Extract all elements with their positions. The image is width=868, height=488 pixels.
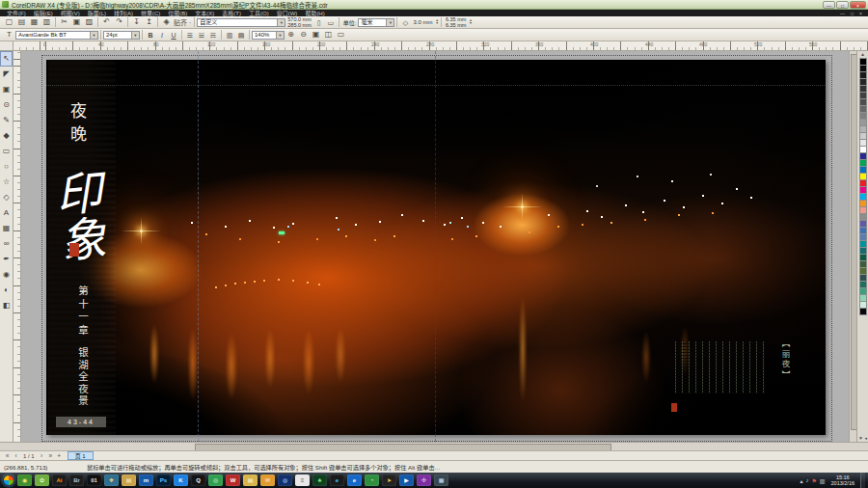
taskbar-app-icon[interactable]: e [347, 474, 362, 486]
taskbar-app-icon[interactable]: ▦ [434, 474, 448, 486]
columns-icon[interactable]: ▥ [224, 30, 235, 41]
print-icon[interactable]: ▥ [41, 16, 53, 28]
chevron-down-icon[interactable]: ▾ [386, 19, 393, 26]
italic-button[interactable]: I [156, 30, 168, 41]
polygon-tool-button[interactable]: ☆ [0, 175, 13, 190]
taskbar-app-icon[interactable]: Ps [156, 474, 171, 486]
zoom-tool-button[interactable]: ⊙ [0, 97, 13, 113]
open-icon[interactable]: ▤ [15, 16, 28, 28]
page-tab[interactable]: 页 1 [68, 451, 94, 460]
zoom-tool-icon[interactable]: ▭ [335, 29, 347, 41]
portrait-icon[interactable]: ▯ [313, 17, 325, 28]
text-align-icon[interactable]: ☴ [207, 30, 219, 41]
text-align-icon[interactable]: ☰ [184, 30, 196, 41]
doc-minimize-button[interactable]: — [837, 11, 848, 16]
redo-icon[interactable]: ↷ [113, 16, 125, 28]
doc-restore-button[interactable]: □ [848, 11, 856, 16]
horizontal-scrollbar[interactable] [0, 442, 868, 450]
zoom-tool-icon[interactable]: ⊖ [297, 29, 310, 41]
taskbar-app-icon[interactable]: ≡ [295, 474, 310, 486]
text-tool-button[interactable]: A [0, 205, 13, 221]
vertical-scrollbar[interactable] [849, 51, 856, 442]
blend-tool-button[interactable]: ∞ [0, 236, 13, 252]
maximize-button[interactable]: □ [836, 1, 849, 9]
smart-fill-tool-button[interactable]: ◆ [0, 128, 13, 144]
taskbar-app-icon[interactable]: ❖ [104, 474, 119, 486]
taskbar-app-icon[interactable]: m [139, 474, 153, 486]
start-button[interactable] [3, 474, 14, 486]
show-desktop-button[interactable] [860, 473, 865, 488]
taskbar-app-icon[interactable]: ◍ [278, 474, 292, 486]
close-button[interactable]: × [850, 1, 866, 9]
eyedropper-tool-button[interactable]: ✒ [0, 252, 13, 267]
taskbar-app-icon[interactable]: Br [69, 474, 84, 486]
taskbar-app-icon[interactable]: ✿ [35, 474, 49, 486]
taskbar-app-icon[interactable]: 01 [87, 474, 101, 486]
page-size-preset-combo[interactable]: 自定义▾ [197, 18, 285, 27]
chevron-down-icon[interactable]: ▾ [90, 32, 97, 39]
underline-button[interactable]: U [168, 30, 179, 41]
taskbar-app-icon[interactable]: e [330, 474, 344, 486]
freehand-tool-button[interactable]: ✎ [0, 113, 13, 128]
tray-icon[interactable]: ▴ [800, 477, 802, 484]
app-launcher-icon[interactable]: ◈ [160, 16, 173, 28]
units-combo[interactable]: 毫米▾ [358, 18, 394, 27]
taskbar-app-icon[interactable]: ▶ [399, 474, 414, 486]
taskbar-app-icon[interactable]: Q [191, 474, 205, 486]
palette-swatch[interactable] [859, 308, 867, 315]
new-icon[interactable]: ▢ [3, 16, 15, 28]
taskbar-app-icon[interactable]: ➤ [382, 474, 396, 486]
first-page-icon[interactable]: « [3, 452, 12, 459]
paste-icon[interactable]: ▨ [83, 16, 95, 28]
last-page-icon[interactable]: » [46, 452, 55, 459]
taskbar-app-icon[interactable]: ✉ [260, 474, 275, 486]
palette-scroll-down-icon[interactable]: ▼ [858, 435, 863, 441]
interactive-fill-tool-button[interactable]: ◧ [0, 298, 13, 313]
pick-tool-button[interactable]: ↖ [0, 51, 13, 67]
nudge-spinner[interactable]: ▲▼ [435, 19, 438, 25]
chevron-down-icon[interactable]: ▾ [131, 32, 139, 39]
cut-icon[interactable]: ✂ [58, 16, 70, 28]
landscape-icon[interactable]: ▭ [325, 17, 337, 28]
bold-button[interactable]: B [145, 30, 156, 41]
chevron-down-icon[interactable]: ▾ [276, 32, 284, 39]
minimize-button[interactable]: — [823, 1, 835, 9]
photo-night-scene[interactable]: 夜晚 印象 第十一章 银湖全夜景 43-44 【丽夜】 [46, 60, 826, 435]
font-family-combo[interactable]: AvantGarde Bk BT▾ [15, 31, 98, 40]
taskbar-app-icon[interactable]: ✣ [417, 474, 431, 486]
snap-to-button[interactable]: 贴齐 · [173, 17, 192, 28]
zoom-tool-icon[interactable]: ▣ [310, 29, 322, 41]
save-icon[interactable]: ▦ [28, 16, 41, 28]
add-page-icon[interactable]: + [55, 452, 64, 459]
zoom-tool-icon[interactable]: ⊕ [285, 29, 297, 41]
zoom-level-combo[interactable]: 140%▾ [252, 31, 285, 40]
palette-scroll-up-icon[interactable]: ▲ [857, 51, 868, 58]
taskbar-app-icon[interactable]: Ai [52, 474, 67, 486]
doc-close-button[interactable]: × [856, 11, 865, 16]
taskbar-clock[interactable]: 15:16 2013/2/16 [828, 474, 857, 487]
taskbar-app-icon[interactable]: K [174, 474, 188, 486]
prev-page-icon[interactable]: ‹ [12, 452, 20, 459]
duplicate-distance-fields[interactable]: 6.35 mm 6.35 mm [444, 16, 468, 28]
next-page-icon[interactable]: › [38, 452, 46, 459]
palette-flyout-icon[interactable]: ◂ [864, 435, 867, 441]
taskbar-app-icon[interactable]: ◉ [17, 474, 32, 486]
taskbar-app-icon[interactable]: ▤ [243, 474, 258, 486]
shape-tool-button[interactable]: ◤ [0, 67, 13, 82]
basic-shapes-tool-button[interactable]: ◇ [0, 190, 13, 205]
chevron-down-icon[interactable]: ▾ [277, 19, 285, 26]
taskbar-app-icon[interactable]: ♣ [312, 474, 327, 486]
taskbar-app-icon[interactable]: ▤ [122, 474, 136, 486]
taskbar-app-icon[interactable]: W [226, 474, 240, 486]
ellipse-tool-button[interactable]: ○ [0, 159, 13, 175]
duplicate-spinner[interactable]: ▲▼ [469, 19, 472, 25]
tray-icon[interactable]: ⚑ [811, 477, 816, 484]
zoom-tool-icon[interactable]: ◫ [322, 29, 335, 41]
fill-tool-button[interactable]: ◐ [0, 283, 13, 298]
tray-icon[interactable]: ▥ [820, 477, 826, 484]
font-size-combo[interactable]: 24pt▾ [103, 31, 140, 40]
copy-icon[interactable]: ▣ [70, 16, 83, 28]
rectangle-tool-button[interactable]: ▭ [0, 144, 13, 159]
import-icon[interactable]: ↧ [130, 16, 143, 28]
export-icon[interactable]: ↥ [143, 16, 155, 28]
